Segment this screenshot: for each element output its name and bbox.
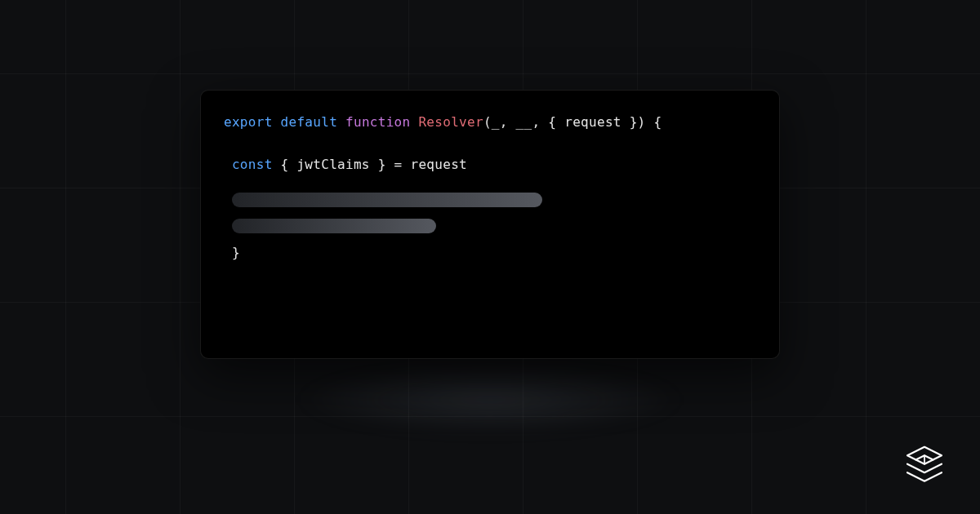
brand-logo-icon <box>902 440 947 485</box>
code-card: export default function Resolver(_, __, … <box>200 90 780 359</box>
placeholder-line-1 <box>232 193 542 207</box>
keyword-function: function <box>345 114 410 130</box>
keyword-default: default <box>281 114 338 130</box>
code-line-2: const { jwtClaims } = request <box>224 154 756 175</box>
keyword-const: const <box>232 157 273 172</box>
function-name: Resolver <box>418 114 483 130</box>
params: (_, __, { request }) { <box>483 114 662 130</box>
closing-brace: } <box>232 245 756 260</box>
code-line-1: export default function Resolver(_, __, … <box>224 112 756 133</box>
background-glow <box>212 351 768 449</box>
placeholder-line-2 <box>232 219 436 233</box>
keyword-export: export <box>224 114 273 130</box>
destructure-expr: { jwtClaims } = request <box>273 157 467 172</box>
